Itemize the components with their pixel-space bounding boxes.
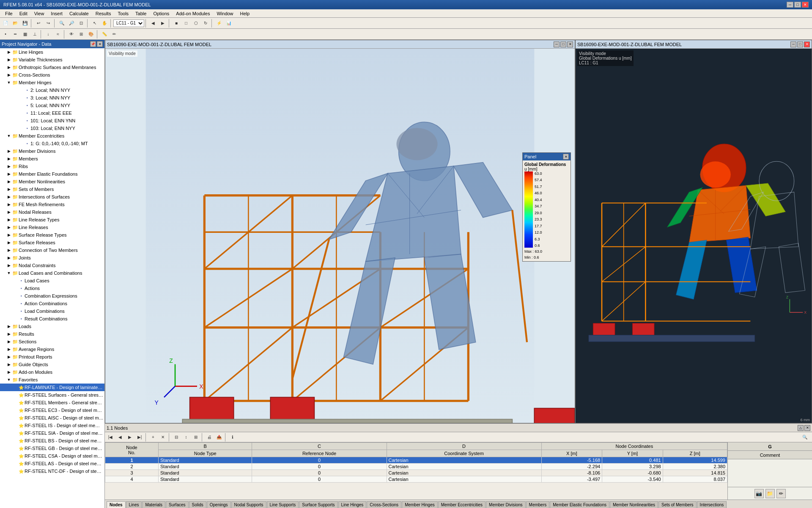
tb-next-lc[interactable]: ▶: [158, 19, 167, 28]
tab-openings[interactable]: Openings: [207, 501, 231, 508]
tb-zoom-out[interactable]: 🔎: [67, 19, 76, 28]
tab-members[interactable]: Members: [526, 501, 550, 508]
nav-item-20[interactable]: ▶📁FE Mesh Refinements: [0, 201, 104, 208]
view-right-minimize[interactable]: ─: [790, 41, 796, 47]
nav-item-33[interactable]: ▪Action Combinations: [0, 300, 104, 307]
tb-new[interactable]: 📄: [1, 19, 10, 28]
panel-close[interactable]: ✕: [563, 154, 569, 160]
view-left-content[interactable]: Visibility mode: [105, 49, 575, 423]
tb2-loads[interactable]: ↓: [44, 30, 53, 39]
tab-member-nonlinearities[interactable]: Member Nonlinearities: [610, 501, 658, 508]
tab-line-supports[interactable]: Line Supports: [267, 501, 299, 508]
nav-item-13[interactable]: ▶📁Member Divisions: [0, 147, 104, 155]
tb-results-btn[interactable]: 📊: [224, 19, 233, 28]
tb-undo[interactable]: ↩: [34, 19, 43, 28]
nav-item-42[interactable]: ▶📁Add-on Modules: [0, 368, 104, 376]
menu-options[interactable]: Options: [150, 10, 173, 17]
nav-item-51[interactable]: ⭐RF-STEEL BS - Design of steel members a…: [0, 437, 104, 444]
nav-item-25[interactable]: ▶📁Surface Releases: [0, 239, 104, 246]
nav-item-48[interactable]: ⭐RF-STEEL AISC - Design of steel members…: [0, 414, 104, 422]
nav-item-26[interactable]: ▶📁Connection of Two Members: [0, 246, 104, 254]
nav-item-6[interactable]: ▪3: Local; NNN NYY: [0, 94, 104, 102]
view-left-minimize[interactable]: ─: [554, 41, 560, 47]
tb-zoom-fit[interactable]: ⊡: [77, 19, 86, 28]
menu-tools[interactable]: Tools: [114, 10, 132, 17]
nav-item-2[interactable]: ▶📁Orthotropic Surfaces and Membranes: [0, 64, 104, 71]
nav-item-44[interactable]: ⭐RF-LAMINATE - Design of laminate surfac…: [0, 384, 104, 391]
nav-item-27[interactable]: ▶📁Joints: [0, 254, 104, 262]
view-right-close[interactable]: ✕: [804, 41, 810, 47]
tb-select[interactable]: ↖: [90, 19, 99, 28]
tab-sets-of-members[interactable]: Sets of Members: [658, 501, 697, 508]
nav-item-31[interactable]: ▪Actions: [0, 284, 104, 292]
tb2-annotate[interactable]: ✏: [110, 30, 119, 39]
lc-combo[interactable]: LC11 - G1: [113, 19, 144, 27]
table-row[interactable]: 1Standard0Cartesian-5.1680.48114.599: [105, 457, 727, 464]
nav-item-11[interactable]: ▼📁Member Eccentricities: [0, 132, 104, 140]
tb-redo[interactable]: ↪: [44, 19, 53, 28]
tb2-nodes[interactable]: •: [1, 30, 10, 39]
nav-close[interactable]: ✕: [97, 41, 103, 47]
maximize-button[interactable]: □: [794, 2, 801, 8]
nav-item-53[interactable]: ⭐RF-STEEL CSA - Design of steel members …: [0, 452, 104, 460]
tab-member-hinges[interactable]: Member Hinges: [402, 501, 438, 508]
tb2-filter[interactable]: ⊞: [77, 30, 86, 39]
nav-item-55[interactable]: ⭐RF-STEEL NTC-DF - Design of steel membe…: [0, 467, 104, 475]
tab-lines[interactable]: Lines: [126, 501, 142, 508]
nav-item-30[interactable]: ▪Load Cases: [0, 277, 104, 284]
nav-item-7[interactable]: ▪5: Local; NNN NYY: [0, 102, 104, 109]
nav-item-3[interactable]: ▶📁Cross-Sections: [0, 71, 104, 79]
nav-item-43[interactable]: ▼📁Favorites: [0, 376, 104, 384]
nav-item-23[interactable]: ▶📁Line Releases: [0, 224, 104, 231]
nav-item-28[interactable]: ▶📁Nodal Constraints: [0, 262, 104, 269]
table-row[interactable]: 4Standard0Cartesian-3.497-3.5408.037: [105, 476, 727, 483]
tb-wire[interactable]: □: [181, 19, 191, 28]
nav-item-22[interactable]: ▶📁Line Release Types: [0, 216, 104, 224]
nav-item-15[interactable]: ▶📁Ribs: [0, 163, 104, 170]
nav-item-4[interactable]: ▼📁Member Hinges: [0, 79, 104, 86]
nav-item-49[interactable]: ⭐RF-STEEL IS - Design of steel members a…: [0, 422, 104, 429]
table-close[interactable]: ✕: [804, 425, 810, 431]
tt-info[interactable]: ℹ: [228, 433, 237, 442]
nav-item-39[interactable]: ▶📁Average Regions: [0, 345, 104, 353]
tb-save[interactable]: 💾: [20, 19, 30, 28]
tab-materials[interactable]: Materials: [142, 501, 165, 508]
tab-member-eccentricities[interactable]: Member Eccentricities: [438, 501, 486, 508]
nav-item-46[interactable]: ⭐RF-STEEL Members - General stress analy…: [0, 399, 104, 406]
nav-item-18[interactable]: ▶📁Sets of Members: [0, 185, 104, 193]
nav-item-21[interactable]: ▶📁Nodal Releases: [0, 208, 104, 216]
nav-item-54[interactable]: ⭐RF-STEEL AS - Design of steel members a…: [0, 460, 104, 467]
tb-zoom-in[interactable]: 🔍: [57, 19, 66, 28]
tab-member-divisions[interactable]: Member Divisions: [486, 501, 525, 508]
tb-calc[interactable]: ⚡: [214, 19, 224, 28]
table-expand[interactable]: △: [798, 425, 804, 431]
tb-prev-lc[interactable]: ◀: [148, 19, 158, 28]
nav-item-38[interactable]: ▶📁Sections: [0, 338, 104, 345]
nav-item-0[interactable]: ▶📁Line Hinges: [0, 48, 104, 56]
view-right-maximize[interactable]: □: [797, 41, 803, 47]
tt-last[interactable]: ▶|: [135, 433, 144, 442]
nav-item-32[interactable]: ▪Combination Expressions: [0, 292, 104, 300]
tb2-visibility[interactable]: 👁: [67, 30, 76, 39]
nav-item-10[interactable]: ▪103: Local; ENN NYY: [0, 124, 104, 132]
comment-btn-1[interactable]: 📷: [754, 489, 764, 498]
tt-first[interactable]: |◀: [106, 433, 115, 442]
tab-surfaces[interactable]: Surfaces: [166, 501, 188, 508]
nav-item-37[interactable]: ▶📁Results: [0, 330, 104, 338]
tt-prev[interactable]: ◀: [115, 433, 125, 442]
tb2-members[interactable]: ━: [11, 30, 20, 39]
nav-item-47[interactable]: ⭐RF-STEEL EC3 - Design of steel members …: [0, 406, 104, 414]
nav-item-40[interactable]: ▶📁Printout Reports: [0, 353, 104, 361]
menu-addon[interactable]: Add-on Modules: [173, 10, 213, 17]
comment-btn-3[interactable]: ✏: [776, 489, 786, 498]
menu-edit[interactable]: Edit: [16, 10, 31, 17]
nav-item-34[interactable]: ▪Load Combinations: [0, 307, 104, 315]
menu-help[interactable]: Help: [237, 10, 253, 17]
menu-insert[interactable]: Insert: [47, 10, 66, 17]
menu-file[interactable]: File: [2, 10, 16, 17]
tt-print[interactable]: 🖨: [205, 433, 214, 442]
nav-item-45[interactable]: ⭐RF-STEEL Surfaces - General stress anal…: [0, 391, 104, 399]
tb-3d[interactable]: ⬡: [191, 19, 200, 28]
tab-nodal-supports[interactable]: Nodal Supports: [231, 501, 266, 508]
tb2-color[interactable]: 🎨: [86, 30, 96, 39]
